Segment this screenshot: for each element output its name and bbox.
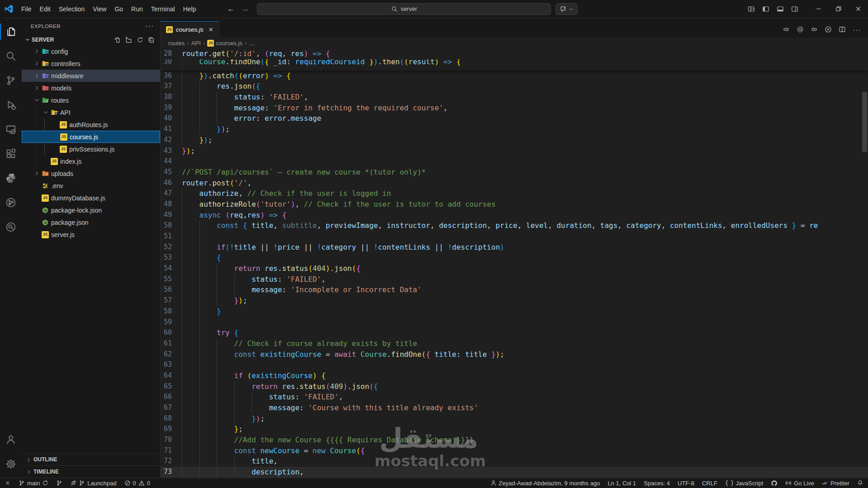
collapse-all-icon[interactable] [148, 37, 155, 43]
activity-gitlens-inspect[interactable] [0, 216, 22, 238]
line-content[interactable]: const newCourse = new Course({ [182, 445, 868, 456]
folder-section-header[interactable]: SERVER [22, 34, 160, 45]
line-number[interactable]: 41 [161, 124, 182, 135]
line-content[interactable]: }); [182, 124, 868, 135]
line-number[interactable]: 53 [161, 252, 182, 263]
code-line-63[interactable]: 63 [161, 360, 868, 370]
customize-layout-icon[interactable] [748, 5, 755, 13]
code-line-45[interactable]: 45//`POST /api/courses` — create new cou… [161, 167, 868, 178]
panel-bottom-icon[interactable] [777, 5, 784, 13]
tree-item-authroutes-js[interactable]: JSauthRoutes.js [22, 118, 160, 131]
line-content[interactable]: }); [182, 413, 868, 424]
activity-gitlens[interactable] [0, 192, 22, 213]
breadcrumb-item[interactable]: JScourses.js [207, 40, 242, 47]
line-content[interactable]: }); [182, 146, 868, 156]
line-content[interactable]: router.post('/', [182, 178, 868, 189]
code-line-62[interactable]: 62 const existingCourse = await Course.f… [161, 349, 868, 360]
line-number[interactable]: 45 [161, 167, 182, 178]
line-number[interactable]: 65 [161, 381, 182, 392]
code-line-47[interactable]: 47 authorize, // Check if the user is lo… [161, 188, 868, 199]
activity-run-debug[interactable] [0, 94, 22, 116]
line-number[interactable]: 51 [161, 231, 182, 242]
tab-close-icon[interactable]: ✕ [209, 26, 213, 33]
menu-run[interactable]: Run [127, 5, 147, 13]
nav-forward-icon[interactable]: → [241, 5, 249, 14]
line-content[interactable]: async (req,res) => { [182, 210, 868, 221]
line-content[interactable]: }).catch((error) => { [182, 71, 868, 81]
line-number[interactable]: 58 [161, 306, 182, 317]
line-number[interactable]: 59 [161, 317, 182, 328]
menu-file[interactable]: File [17, 5, 36, 13]
tree-item-routes[interactable]: routes [22, 94, 160, 106]
line-number[interactable]: 43 [161, 146, 182, 156]
menu-view[interactable]: View [89, 5, 110, 13]
code-line-46[interactable]: 46router.post('/', [161, 178, 868, 189]
code-line-44[interactable]: 44 [161, 156, 868, 167]
code-line-57[interactable]: 57 }); [161, 295, 868, 306]
line-content[interactable]: router.get('/:id', (req, res) => { [182, 48, 868, 59]
line-content[interactable]: message: 'Incomplete or Incorrect Data' [182, 284, 868, 295]
tree-item-uploads[interactable]: uploads [22, 167, 160, 180]
code-line-65[interactable]: 65 return res.status(409).json({ [161, 381, 868, 392]
line-number[interactable]: 60 [161, 327, 182, 338]
code-line-58[interactable]: 58 } [161, 306, 868, 317]
line-number[interactable]: 48 [161, 199, 182, 210]
editor-scrollbar[interactable] [862, 92, 867, 152]
line-number[interactable]: 46 [161, 178, 182, 189]
explorer-more-actions[interactable]: ··· [145, 22, 154, 30]
next-change-icon[interactable] [811, 26, 818, 33]
status-go-live[interactable]: Go Live [785, 480, 814, 487]
code-line-50[interactable]: 50 const { title, subtitle, previewImage… [161, 220, 868, 231]
refresh-icon[interactable] [137, 37, 143, 43]
line-number[interactable]: 52 [161, 242, 182, 253]
new-folder-icon[interactable] [125, 37, 132, 43]
code-line-55[interactable]: 55 status: 'FAILED', [161, 274, 868, 285]
breadcrumb-item[interactable]: ... [249, 40, 254, 47]
line-number[interactable]: 30 [161, 59, 182, 67]
activity-settings[interactable] [0, 453, 22, 475]
line-number[interactable]: 69 [161, 424, 182, 435]
tree-item-dummydatabase-js[interactable]: JSdummyDatabase.js [22, 192, 160, 204]
sticky-code-line-28[interactable]: 28router.get('/:id', (req, res) => { [161, 48, 868, 59]
tree-item-privssessions-js[interactable]: JSprivSsessions.js [22, 143, 160, 155]
line-content[interactable]: const { title, subtitle, previewImage, i… [182, 220, 868, 231]
line-number[interactable]: 64 [161, 370, 182, 381]
code-line-38[interactable]: 38 status: 'FAILED', [161, 92, 868, 103]
code-line-36[interactable]: 36 }).catch((error) => { [161, 71, 868, 81]
split-editor-icon[interactable] [839, 26, 846, 33]
line-number[interactable]: 36 [161, 71, 182, 81]
line-content[interactable]: description, [182, 467, 868, 478]
line-number[interactable]: 54 [161, 263, 182, 274]
line-content[interactable]: authorize, // Check if the user is logge… [182, 188, 868, 199]
code-line-64[interactable]: 64 if (existingCourse) { [161, 370, 868, 381]
status-prettier[interactable]: Prettier [822, 480, 849, 487]
line-number[interactable]: 55 [161, 274, 182, 285]
line-number[interactable]: 67 [161, 403, 182, 413]
code-line-68[interactable]: 68 }); [161, 413, 868, 424]
code-line-66[interactable]: 66 status: 'FAILED', [161, 392, 868, 403]
code-line-61[interactable]: 61 // Check if course already exists by … [161, 338, 868, 349]
code-line-49[interactable]: 49 async (req,res) => { [161, 210, 868, 221]
line-number[interactable]: 56 [161, 284, 182, 295]
line-number[interactable]: 62 [161, 349, 182, 360]
code-line-41[interactable]: 41 }); [161, 124, 868, 135]
code-line-42[interactable]: 42 }); [161, 135, 868, 146]
status-remote-indicator[interactable] [5, 480, 11, 486]
activity-search[interactable] [0, 45, 22, 67]
line-number[interactable]: 66 [161, 392, 182, 403]
line-number[interactable]: 40 [161, 113, 182, 124]
line-content[interactable]: //`POST /api/courses` — create new cours… [182, 167, 868, 178]
sticky-code-line-30[interactable]: 30 Course.findOne({ _id: requiredCourseI… [161, 59, 868, 67]
line-content[interactable]: Course.findOne({ _id: requiredCourseId }… [182, 59, 868, 67]
code-line-51[interactable]: 51 [161, 231, 868, 242]
tree-item-config[interactable]: config [22, 45, 160, 57]
code-line-69[interactable]: 69 }; [161, 424, 868, 435]
run-or-debug-icon[interactable] [825, 26, 832, 33]
window-close-button[interactable] [848, 0, 868, 18]
tree-item-index-js[interactable]: JSindex.js [22, 155, 160, 167]
tab-courses-js[interactable]: JS courses.js ✕ [161, 21, 219, 38]
line-number[interactable]: 73 [161, 467, 182, 478]
line-number[interactable]: 61 [161, 338, 182, 349]
line-content[interactable]: status: 'FAILED', [182, 392, 868, 403]
line-content[interactable]: if(!title || !price || !category || !con… [182, 242, 868, 253]
